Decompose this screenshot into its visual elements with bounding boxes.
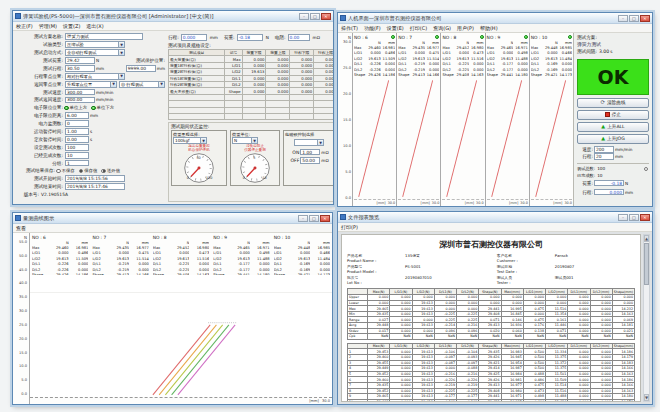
x-axis: [mm]30.0 [30, 397, 332, 404]
minimize-icon[interactable]: – [299, 13, 309, 20]
minimize-icon[interactable]: – [618, 214, 628, 221]
done-count: 10 [597, 173, 602, 178]
menu-item[interactable]: 打印(P) [341, 224, 358, 230]
limit-upper-led-icon[interactable] [64, 106, 69, 111]
menu-item[interactable]: 退出(X) [86, 23, 103, 29]
clear-curves-button[interactable]: ⟳清除曲线 [577, 98, 649, 108]
y-tick-label: 30.0 [13, 309, 27, 313]
close-icon[interactable]: ✕ [321, 13, 331, 20]
pause2-field[interactable]: 0.00 [65, 136, 89, 143]
test-panel: NO : 7 NmmMax29.43516.977L/D10.0000.475L… [396, 33, 440, 206]
load-range-gauge-box: 荷重量程选择: 100kgf▼ 超出荷重量程机台保护停机 0 50 100 [171, 130, 227, 186]
result-row: D/L1-0.1690.000 [274, 262, 330, 267]
vertical-scrollbar[interactable]: ▲ ▼ [643, 234, 650, 402]
test-load-field[interactable]: 29.42 [65, 57, 95, 64]
menu-item[interactable]: 打印(C) [410, 25, 427, 31]
y-axis: N 30.025.020.015.010.05.00.0 [338, 33, 352, 206]
scrollbar-thumb[interactable] [644, 243, 649, 285]
menu-item[interactable]: 查看 [16, 225, 26, 231]
result-row: L/D10.0000.486 [32, 251, 88, 256]
titlebar[interactable]: 量测曲线图示 – □ ✕ [13, 213, 332, 224]
titlebar[interactable]: 弹簧试验机(PS-5000)—深圳市普石测控仪器有限公司 [Administra… [13, 11, 333, 22]
menu-item[interactable]: 设置(E) [387, 25, 404, 31]
menu-item[interactable]: 操作(T) [341, 25, 358, 31]
test-curve [159, 325, 216, 395]
app-icon [15, 215, 21, 221]
close-icon[interactable]: ✕ [640, 15, 650, 22]
chevron-down-icon[interactable]: ▼ [118, 42, 124, 47]
resistance-readout: 0.00 [288, 34, 310, 41]
jog-up-all-button[interactable]: ▲上升ALL [577, 122, 649, 132]
chevron-down-icon[interactable]: ▼ [200, 138, 206, 143]
maximize-icon[interactable]: □ [629, 15, 639, 22]
field-label: 返回零点位置: [15, 82, 63, 87]
close-icon[interactable]: ✕ [320, 215, 330, 222]
limit-lower-led-icon[interactable] [91, 106, 96, 111]
report-field: 产品型号Product Model :PS-5001 [347, 264, 485, 275]
magnet-on-field[interactable]: 1.00 [300, 149, 320, 156]
menu-item[interactable]: 设置(Z) [63, 23, 80, 29]
protect-pos-field[interactable]: 9999.00 [126, 65, 156, 72]
magnet-off-field[interactable]: 50.00 [300, 157, 320, 164]
return-speed-field[interactable]: 300.00 [65, 97, 95, 104]
close-icon[interactable]: ✕ [640, 214, 650, 221]
curve-plot [487, 78, 528, 200]
group-field[interactable]: 1 [65, 160, 89, 167]
jog-stroke-field[interactable]: 20 [594, 153, 614, 160]
result-row: Max29.45216.980 [153, 245, 209, 250]
radio-icon[interactable] [79, 169, 84, 174]
field-label: 测试开始时间: [15, 176, 63, 181]
pause1-field[interactable]: 1.00 [65, 128, 89, 135]
maximize-icon[interactable]: □ [629, 214, 639, 221]
test-type-select[interactable]: 压缩试验▼ [65, 41, 125, 48]
menu-item[interactable]: 用户(P) [457, 25, 474, 31]
radio-icon[interactable] [101, 169, 106, 174]
menu-item[interactable]: 查询(G) [433, 25, 451, 31]
speed-field[interactable]: 300.00 [65, 89, 95, 96]
chevron-down-icon[interactable]: ▼ [317, 140, 323, 145]
maximize-icon[interactable]: □ [310, 13, 320, 20]
control-sidebar: 测试方案: 弹簧力测试 测试间隔:3.00s OK ⟳清除曲线 停止 ▲上升AL… [574, 33, 652, 206]
pass-indicator-icon [391, 35, 395, 39]
titlebar[interactable]: 文件报表预览 – □ ✕ [338, 212, 652, 223]
chevron-down-icon[interactable]: ▼ [251, 138, 257, 143]
maximize-icon[interactable]: □ [309, 215, 319, 222]
chevron-down-icon[interactable]: ▼ [118, 74, 124, 79]
jog-speed-field[interactable]: 200 [594, 146, 614, 153]
minimize-icon[interactable]: – [298, 215, 308, 222]
done-count-field: 10 [65, 152, 89, 159]
result-row: Max29.44816.985 [531, 45, 572, 50]
return-mode-select[interactable]: 自·行程测试▼ [119, 81, 165, 88]
field-label: 测试行程: [15, 66, 63, 71]
radio-icon[interactable] [644, 167, 649, 172]
result-row: Max29.43516.977 [398, 45, 439, 50]
result-table: NO : 9NmmMax29.46516.971L/D10.0000.498L/… [211, 233, 271, 275]
scroll-up-icon[interactable]: ▲ [644, 235, 649, 242]
test-count-field[interactable]: 100 [65, 144, 89, 151]
stop-button[interactable]: 停止 [577, 110, 649, 120]
menu-item[interactable]: 校正(F) [16, 23, 33, 29]
limit-dist-field[interactable]: 6.00 [65, 112, 89, 119]
load-gauge-dial-icon: 0 50 100 [183, 152, 215, 184]
menu-item[interactable]: 管理(M) [39, 23, 57, 29]
scroll-down-icon[interactable]: ▼ [644, 394, 649, 401]
start-mode-select[interactable]: 全自动行程测试▼ [65, 49, 125, 56]
jog-up-button[interactable]: ▲上升JOG [577, 134, 649, 144]
magnet-select[interactable]: ▼ [294, 139, 324, 146]
field-label: 分组: [15, 161, 63, 166]
menu-item[interactable]: 帮助(H) [480, 25, 498, 31]
scheme-value[interactable]: 弹簧力测试 [577, 41, 649, 47]
chevron-down-icon[interactable]: ▼ [158, 82, 164, 87]
chevron-down-icon[interactable]: ▼ [118, 50, 124, 55]
radio-icon[interactable] [56, 169, 61, 174]
chevron-down-icon[interactable]: ▼ [110, 82, 116, 87]
zero-pos-select[interactable]: 相对行程零点▼ [65, 73, 125, 80]
menu-item[interactable]: 功能(F) [364, 25, 381, 31]
scheme-name-field[interactable]: 弹簧力测试 [65, 33, 143, 40]
column-header: D/L1(mm) [568, 289, 590, 295]
minimize-icon[interactable]: – [618, 15, 628, 22]
return-pos-select[interactable]: 升程零点位置▼ [65, 81, 117, 88]
test-stroke-field[interactable]: 30.50 [65, 65, 95, 72]
monitor-count-field[interactable]: 0 [65, 120, 89, 127]
titlebar[interactable]: 人机界面—深圳市普石测控仪器有限公司 – □ ✕ [338, 13, 652, 24]
